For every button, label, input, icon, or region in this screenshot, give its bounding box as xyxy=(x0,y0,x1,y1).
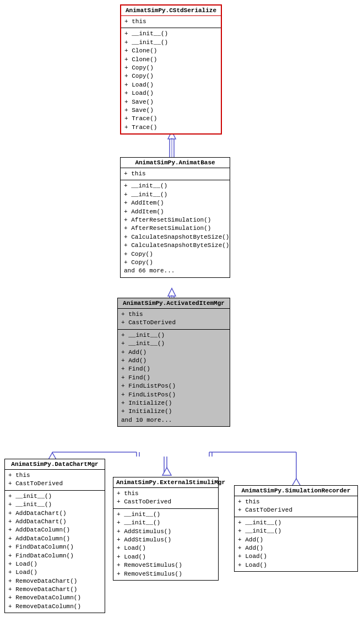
datachartmgr-title: AnimatSimPy.DataChartMgr xyxy=(5,459,105,470)
externalstimuliMgr-box: AnimatSimPy.ExternalStimuliMgr + this + … xyxy=(113,477,219,581)
activateditemmgr-attributes: + this + CastToDerived xyxy=(118,309,230,330)
cstdserialize-methods: + __init__() + __init__() + Clone() + Cl… xyxy=(121,28,221,133)
externalstimuliMgr-title-text: AnimatSimPy.ExternalStimuliMgr xyxy=(116,479,225,486)
datachartmgr-box: AnimatSimPy.DataChartMgr + this + CastTo… xyxy=(4,459,105,613)
diagram-container: AnimatSimPy.CStdSerialize + this + __ini… xyxy=(0,0,364,628)
activateditemmgr-title: AnimatSimPy.ActivatedItemMgr xyxy=(118,298,230,309)
simulationrecorder-title-text: AnimatSimPy.SimulationRecorder xyxy=(241,487,350,494)
externalstimuliMgr-methods: + __init__() + __init__() + AddStimulus(… xyxy=(113,509,218,580)
svg-marker-13 xyxy=(162,468,171,475)
cstdserialize-attributes: + this xyxy=(121,16,221,28)
animatbase-attributes: + this xyxy=(121,168,230,180)
activateditemmgr-title-text: AnimatSimPy.ActivatedItemMgr xyxy=(123,300,225,307)
externalstimuliMgr-attributes: + this + CastToDerived xyxy=(113,488,218,509)
simulationrecorder-methods: + __init__() + __init__() + Add() + Add(… xyxy=(235,517,357,571)
animatbase-methods: + __init__() + __init__() + AddItem() + … xyxy=(121,180,230,277)
externalstimuliMgr-title: AnimatSimPy.ExternalStimuliMgr xyxy=(113,477,218,488)
simulationrecorder-box: AnimatSimPy.SimulationRecorder + this + … xyxy=(234,485,358,572)
cstdserialize-title-text: AnimatSimPy.CStdSerialize xyxy=(126,7,216,14)
activateditemmgr-box: AnimatSimPy.ActivatedItemMgr + this + Ca… xyxy=(117,298,230,427)
activateditemmgr-methods: + __init__() + __init__() + Add() + Add(… xyxy=(118,330,230,426)
cstdserialize-box: AnimatSimPy.CStdSerialize + this + __ini… xyxy=(120,4,222,135)
simulationrecorder-attributes: + this + CastToDerived xyxy=(235,496,357,517)
animatbase-box: AnimatSimPy.AnimatBase + this + __init__… xyxy=(120,157,230,278)
datachartmgr-methods: + __init__() + __init__() + AddDataChart… xyxy=(5,491,105,613)
animatbase-title: AnimatSimPy.AnimatBase xyxy=(121,158,230,168)
datachartmgr-title-text: AnimatSimPy.DataChartMgr xyxy=(11,461,98,468)
simulationrecorder-title: AnimatSimPy.SimulationRecorder xyxy=(235,486,357,496)
cstdserialize-attr-this: + this xyxy=(124,18,218,26)
svg-marker-5 xyxy=(168,288,176,296)
datachartmgr-attributes: + this + CastToDerived xyxy=(5,470,105,491)
cstdserialize-title: AnimatSimPy.CStdSerialize xyxy=(121,6,221,16)
animatbase-title-text: AnimatSimPy.AnimatBase xyxy=(135,159,215,166)
